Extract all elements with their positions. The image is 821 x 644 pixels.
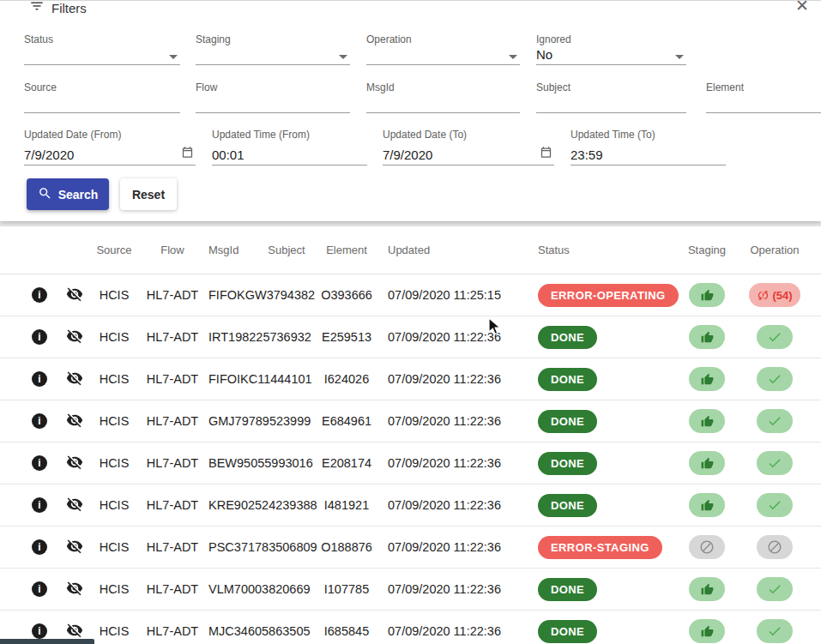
cell-updated: 07/09/2020 11:22:36: [379, 414, 527, 428]
updated-date-from-input[interactable]: 7/9/2020: [24, 142, 196, 166]
operation-blocked-badge[interactable]: [757, 535, 793, 559]
table-header-row: Source Flow MsgId Subject Element Update…: [0, 226, 821, 274]
visibility-off-icon[interactable]: [66, 454, 83, 471]
operation-success-badge[interactable]: [757, 451, 793, 475]
subject-filter: Subject: [536, 81, 686, 113]
cell-source: HCIS: [89, 582, 139, 596]
header-updated: Updated: [379, 244, 527, 256]
status-badge: DONE: [538, 494, 597, 517]
visibility-off-icon[interactable]: [66, 496, 83, 513]
info-icon[interactable]: i: [32, 539, 47, 555]
element-filter: Element: [706, 81, 821, 113]
cell-msgid: PSC371783506809: [206, 540, 259, 554]
status-badge: DONE: [538, 452, 597, 475]
header-staging: Staging: [673, 244, 741, 256]
header-operation: Operation: [741, 244, 820, 256]
updated-date-to-label: Updated Date (To): [383, 129, 554, 142]
cell-flow: HL7-ADT: [139, 540, 206, 554]
table-row: i HCIS HL7-ADT FIFOKGW3794382 O393666 07…: [0, 274, 821, 316]
info-icon[interactable]: i: [32, 581, 47, 597]
info-icon[interactable]: i: [32, 413, 47, 429]
visibility-off-icon[interactable]: [66, 622, 83, 639]
table-row: i HCIS HL7-ADT KRE902524239388 I481921 0…: [0, 485, 821, 527]
info-icon[interactable]: i: [32, 497, 47, 513]
subject-filter-input[interactable]: [536, 95, 686, 113]
search-icon: [38, 186, 52, 203]
source-filter-input[interactable]: [24, 95, 180, 113]
visibility-off-icon[interactable]: [66, 328, 83, 345]
status-badge: ERROR-OPERATING: [538, 284, 679, 307]
staging-approved-badge[interactable]: [689, 619, 725, 643]
ignored-filter-select[interactable]: No: [536, 47, 686, 65]
cell-msgid: FIFOKGW3794382: [206, 288, 259, 302]
operation-success-badge[interactable]: [757, 619, 793, 643]
operation-success-badge[interactable]: [757, 367, 793, 391]
staging-approved-badge[interactable]: [689, 367, 725, 391]
search-button-label: Search: [58, 188, 99, 202]
status-filter-label: Status: [24, 33, 180, 47]
flow-filter-input[interactable]: [196, 95, 350, 113]
status-filter: Status: [24, 33, 180, 65]
flow-filter: Flow: [196, 81, 350, 113]
cell-source: HCIS: [89, 498, 139, 512]
calendar-icon[interactable]: [181, 146, 194, 161]
element-filter-input[interactable]: [706, 95, 821, 113]
updated-date-to-field: Updated Date (To) 7/9/2020: [383, 129, 554, 166]
info-icon[interactable]: i: [32, 455, 47, 471]
staging-filter-select[interactable]: [196, 47, 350, 65]
cell-element: E208174: [314, 456, 379, 470]
table-row: i HCIS HL7-ADT BEW95055993016 E208174 07…: [0, 442, 821, 485]
staging-approved-badge[interactable]: [689, 283, 725, 307]
staging-approved-badge[interactable]: [689, 577, 725, 601]
cell-element: I685845: [314, 624, 379, 638]
staging-approved-badge[interactable]: [689, 409, 725, 433]
operation-filter-select[interactable]: [366, 47, 520, 65]
cell-element: I107785: [314, 582, 379, 596]
filters-title: Filters: [51, 1, 87, 15]
header-msgid: MsgId: [206, 244, 259, 256]
retry-count: (54): [772, 289, 792, 302]
header-subject: Subject: [259, 244, 314, 256]
msgid-filter-input[interactable]: [366, 95, 520, 113]
operation-success-badge[interactable]: [757, 493, 793, 517]
info-icon[interactable]: i: [32, 287, 47, 303]
info-icon[interactable]: i: [32, 623, 47, 639]
visibility-off-icon[interactable]: [66, 370, 83, 387]
status-filter-select[interactable]: [24, 47, 180, 65]
ignored-filter-value: No: [536, 47, 552, 62]
chevron-down-icon: [339, 55, 347, 59]
staging-blocked-badge[interactable]: [689, 535, 725, 559]
close-icon[interactable]: ✕: [795, 0, 809, 15]
visibility-off-icon[interactable]: [66, 580, 83, 597]
staging-filter-label: Staging: [196, 33, 350, 47]
cell-updated: 07/09/2020 11:25:15: [379, 288, 527, 302]
staging-approved-badge[interactable]: [689, 451, 725, 475]
info-icon[interactable]: i: [32, 371, 47, 387]
operation-success-badge[interactable]: [757, 577, 793, 601]
cell-element: E684961: [314, 414, 379, 428]
updated-date-to-input[interactable]: 7/9/2020: [383, 142, 554, 166]
operation-success-badge[interactable]: [757, 409, 793, 433]
reset-button[interactable]: Reset: [120, 178, 177, 210]
visibility-off-icon[interactable]: [66, 286, 83, 303]
cell-updated: 07/09/2020 11:22:36: [379, 582, 527, 596]
cell-msgid: GMJ79789523999: [206, 414, 259, 428]
staging-approved-badge[interactable]: [689, 325, 725, 349]
visibility-off-icon[interactable]: [66, 538, 83, 555]
operation-success-badge[interactable]: [757, 325, 793, 349]
calendar-icon[interactable]: [540, 146, 552, 161]
search-button[interactable]: Search: [27, 178, 109, 210]
updated-time-from-input[interactable]: 00:01: [212, 142, 367, 166]
table-row: i HCIS HL7-ADT FIFOIKC11444101 I624026 0…: [0, 358, 821, 400]
operation-retry-badge[interactable]: (54): [749, 283, 800, 307]
staging-filter: Staging: [196, 33, 350, 65]
updated-date-from-field: Updated Date (From) 7/9/2020: [24, 129, 196, 166]
info-icon[interactable]: i: [32, 329, 47, 345]
table-row: i HCIS HL7-ADT GMJ79789523999 E684961 07…: [0, 400, 821, 442]
staging-approved-badge[interactable]: [689, 493, 725, 517]
updated-time-to-input[interactable]: 23:59: [570, 142, 726, 166]
source-filter: Source: [24, 81, 180, 113]
cell-element: O393666: [314, 288, 379, 302]
visibility-off-icon[interactable]: [66, 412, 83, 429]
table-row: i HCIS HL7-ADT IRT198225736932 E259513 0…: [0, 316, 821, 358]
